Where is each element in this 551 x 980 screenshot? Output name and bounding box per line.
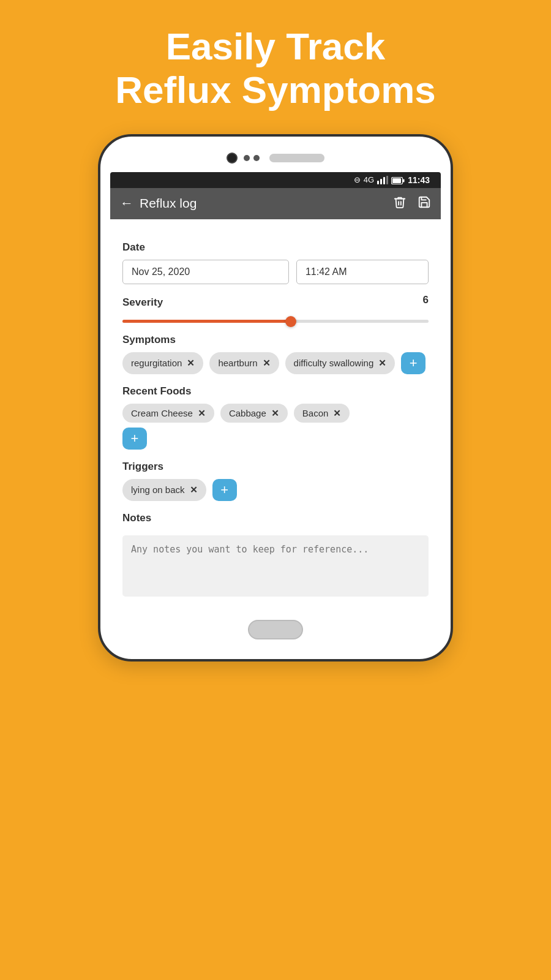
phone-speaker [269,154,324,162]
symptom-chip-regurgitation: regurgitation ✕ [122,352,203,374]
remove-symptom-regurgitation[interactable]: ✕ [187,358,195,368]
time-display: 11:43 [408,175,430,185]
phone-dot-1 [244,155,250,161]
svg-rect-0 [377,181,379,184]
time-input[interactable]: 11:42 AM [296,260,429,284]
foods-chips: Cream Cheese ✕ Cabbage ✕ Bacon ✕ [122,404,429,423]
svg-rect-2 [383,177,385,184]
symptom-text-heartburn: heartburn [218,358,257,368]
triggers-label: Triggers [122,461,429,473]
notes-input[interactable] [122,535,429,597]
severity-slider[interactable] [122,320,429,323]
date-input[interactable]: Nov 25, 2020 [122,260,289,284]
food-text-bacon: Bacon [302,408,329,418]
symptom-text-regurgitation: regurgitation [131,358,182,368]
remove-food-bacon[interactable]: ✕ [333,409,341,418]
remove-trigger-lying-on-back[interactable]: ✕ [190,485,198,494]
do-not-disturb-icon: ⊖ [354,175,361,184]
remove-symptom-difficulty-swallowing[interactable]: ✕ [378,358,386,368]
battery-icon [391,175,405,184]
page-title: Easily Track Reflux Symptoms [91,24,460,112]
symptoms-label: Symptoms [122,334,429,346]
signal-label: 4G [364,175,374,184]
phone-dots [244,155,260,161]
screen-content: Date Nov 25, 2020 11:42 AM Severity 6 Sy… [110,219,441,611]
severity-value: 6 [423,294,429,306]
symptom-text-difficulty-swallowing: difficulty swallowing [294,358,374,368]
app-title: Reflux log [140,196,387,211]
add-food-button[interactable]: + [122,428,147,450]
delete-button[interactable] [393,195,407,212]
food-chip-cream-cheese: Cream Cheese ✕ [122,404,214,423]
svg-rect-6 [403,179,405,182]
add-symptom-button[interactable]: + [401,352,425,374]
date-label: Date [122,241,429,254]
remove-symptom-heartburn[interactable]: ✕ [263,358,271,368]
foods-add-row: + [122,428,429,450]
app-bar: ← Reflux log [110,188,441,219]
phone-mockup: ⊖ 4G 11:43 ← [98,134,453,662]
food-text-cream-cheese: Cream Cheese [131,408,193,418]
app-bar-actions [393,195,431,212]
severity-row: Severity 6 [122,285,429,315]
add-trigger-button[interactable]: + [212,479,237,501]
notes-label: Notes [122,512,429,524]
foods-label: Recent Foods [122,385,429,398]
remove-food-cabbage[interactable]: ✕ [271,409,279,418]
trigger-text-lying-on-back: lying on back [131,484,185,495]
home-button[interactable] [248,620,303,639]
save-button[interactable] [418,195,431,212]
food-chip-cabbage: Cabbage ✕ [220,404,288,423]
food-chip-bacon: Bacon ✕ [294,404,350,423]
signal-icon [377,175,388,185]
triggers-chips: lying on back ✕ + [122,479,429,501]
phone-top [110,148,441,172]
remove-food-cream-cheese[interactable]: ✕ [198,409,206,418]
status-icons: ⊖ 4G 11:43 [354,175,430,185]
slider-fill [122,320,291,323]
status-bar: ⊖ 4G 11:43 [110,172,441,188]
trigger-chip-lying-on-back: lying on back ✕ [122,479,206,501]
symptom-chip-difficulty-swallowing: difficulty swallowing ✕ [285,352,395,374]
svg-rect-1 [380,179,382,184]
food-text-cabbage: Cabbage [229,408,266,418]
date-row: Nov 25, 2020 11:42 AM [122,260,429,284]
severity-label: Severity [122,296,163,309]
svg-rect-3 [386,176,388,184]
back-button[interactable]: ← [120,195,133,211]
symptoms-chips: regurgitation ✕ heartburn ✕ difficulty s… [122,352,429,374]
slider-thumb [285,316,296,327]
phone-bottom [110,611,441,642]
symptom-chip-heartburn: heartburn ✕ [209,352,279,374]
phone-dot-2 [253,155,260,161]
svg-rect-5 [392,178,401,183]
phone-camera [227,153,238,164]
